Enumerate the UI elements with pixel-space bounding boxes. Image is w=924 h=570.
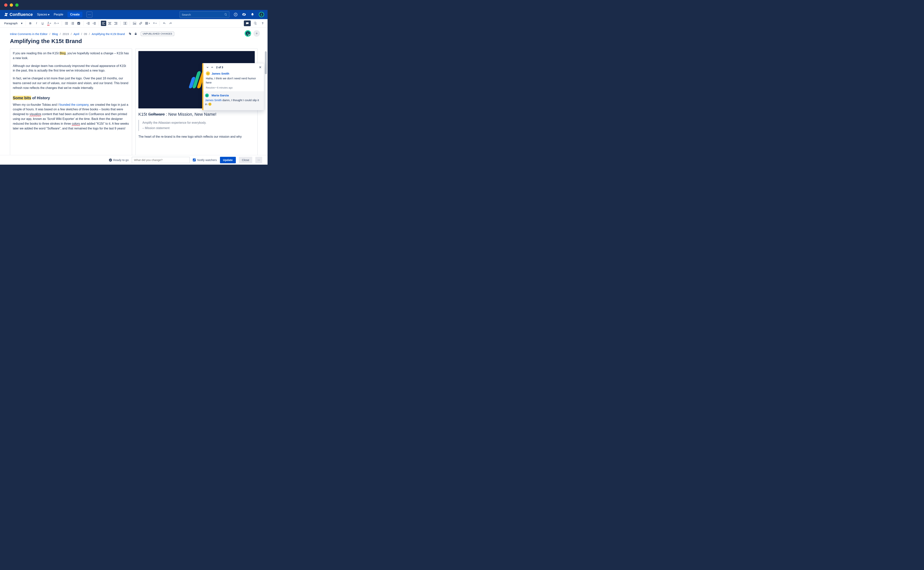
crumb-month[interactable]: April bbox=[73, 32, 79, 35]
svg-rect-15 bbox=[88, 22, 90, 23]
link-button[interactable] bbox=[138, 21, 144, 26]
commenter-avatar[interactable]: 🙂 bbox=[206, 71, 210, 75]
unpublished-badge: UNPUBLISHED CHANGES bbox=[141, 32, 174, 36]
ellipsis-icon: ⋯ bbox=[258, 158, 260, 161]
svg-rect-34 bbox=[145, 22, 148, 25]
layout-column-left[interactable]: If you are reading this on the K15t Blog… bbox=[10, 49, 132, 158]
commenter-name[interactable]: Maria Garcia bbox=[212, 94, 229, 97]
window-titlebar bbox=[0, 0, 267, 10]
align-right-button[interactable] bbox=[113, 21, 119, 26]
restrictions-icon[interactable] bbox=[134, 32, 137, 35]
product-logo[interactable]: Confluence bbox=[4, 12, 33, 17]
create-button[interactable]: Create bbox=[67, 12, 82, 17]
next-comment-button[interactable] bbox=[206, 66, 209, 69]
inline-comment-button[interactable] bbox=[244, 20, 251, 26]
svg-point-33 bbox=[134, 23, 134, 23]
comment-reply-item: Maria Garcia James Smith damn, I thought… bbox=[202, 91, 264, 110]
version-comment-input[interactable] bbox=[132, 157, 190, 163]
underline-button[interactable]: U bbox=[40, 21, 45, 26]
svg-rect-18 bbox=[94, 22, 96, 23]
editor-toolbar: Paragraph ▾ B I U A▾ Ax▾ 123 bbox=[0, 19, 267, 28]
mention[interactable]: James Smith bbox=[205, 98, 222, 102]
close-button[interactable]: Close bbox=[239, 157, 252, 163]
notify-watchers-checkbox[interactable] bbox=[193, 158, 196, 161]
find-replace-button[interactable] bbox=[253, 21, 258, 26]
svg-rect-19 bbox=[94, 23, 96, 23]
plus-icon: + bbox=[255, 31, 258, 36]
comment-highlight[interactable]: Some bits bbox=[13, 96, 31, 100]
commenter-name[interactable]: James Smith bbox=[212, 72, 229, 75]
outdent-button[interactable] bbox=[86, 21, 91, 26]
prev-comment-button[interactable] bbox=[211, 66, 214, 69]
footer-more-button[interactable]: ⋯ bbox=[255, 157, 262, 163]
page-title[interactable]: Amplifying the K15t Brand bbox=[0, 36, 267, 46]
editor-help-button[interactable]: ? bbox=[260, 21, 265, 26]
text-color-button[interactable]: A▾ bbox=[46, 21, 52, 26]
bold-button[interactable]: B bbox=[28, 21, 33, 26]
svg-rect-17 bbox=[88, 24, 90, 25]
update-button[interactable]: Update bbox=[220, 157, 236, 163]
more-formatting-button[interactable]: Ax▾ bbox=[53, 21, 60, 26]
window-close-button[interactable] bbox=[4, 3, 8, 7]
paragraph[interactable]: The heart of the re-brand is the new log… bbox=[138, 135, 255, 139]
paragraph[interactable]: In fact, we've changed a lot more than j… bbox=[13, 76, 129, 90]
close-comment-panel-button[interactable]: ✕ bbox=[259, 65, 262, 69]
undo-button[interactable] bbox=[162, 21, 167, 26]
link[interactable]: founded the company bbox=[59, 103, 89, 106]
comment-counter: 2 of 3 bbox=[216, 66, 223, 69]
window-zoom-button[interactable] bbox=[15, 3, 18, 7]
paragraph-style-dropdown[interactable]: Paragraph ▾ bbox=[2, 21, 24, 26]
heading-2[interactable]: K15t Software : New Mission, New Name! bbox=[138, 112, 255, 117]
paragraph[interactable]: If you are reading this on the K15t Blog… bbox=[13, 51, 129, 61]
nav-people[interactable]: People bbox=[54, 13, 63, 16]
help-button[interactable]: ? bbox=[234, 12, 238, 17]
search-icon bbox=[224, 13, 227, 16]
nav-more-button[interactable]: ⋯ bbox=[87, 12, 92, 17]
svg-rect-27 bbox=[114, 22, 118, 23]
nav-spaces[interactable]: Spaces ▾ bbox=[37, 13, 49, 17]
redo-button[interactable] bbox=[168, 21, 173, 26]
crumb-page[interactable]: Amplifying the K15t Brand bbox=[92, 32, 125, 35]
task-list-button[interactable] bbox=[76, 21, 81, 26]
crumb-blog[interactable]: Blog bbox=[52, 32, 58, 35]
scrollbar-thumb[interactable] bbox=[265, 51, 267, 74]
svg-rect-20 bbox=[94, 24, 96, 25]
indent-button[interactable] bbox=[92, 21, 97, 26]
heading-2[interactable]: Some bits of History bbox=[13, 96, 129, 100]
spellcheck-word[interactable]: visualize bbox=[29, 112, 41, 116]
italic-button[interactable]: I bbox=[34, 21, 39, 26]
global-search[interactable] bbox=[180, 11, 229, 18]
paragraph[interactable]: When my co-founder Tobias and I founded … bbox=[13, 103, 129, 131]
layout-button[interactable] bbox=[122, 21, 128, 26]
image-button[interactable] bbox=[132, 21, 137, 26]
profile-avatar[interactable] bbox=[259, 12, 264, 17]
search-input[interactable] bbox=[182, 13, 223, 16]
align-center-button[interactable] bbox=[107, 21, 112, 26]
invite-button[interactable]: + bbox=[254, 30, 260, 37]
chevron-down-icon: ▾ bbox=[156, 22, 157, 24]
crumb-day: 09 bbox=[84, 32, 87, 35]
check-circle-icon bbox=[109, 158, 112, 162]
chevron-down-icon: ▾ bbox=[58, 22, 59, 24]
settings-button[interactable] bbox=[242, 12, 246, 17]
window-minimize-button[interactable] bbox=[10, 3, 13, 7]
collaborator-avatar[interactable]: M bbox=[244, 30, 251, 37]
svg-rect-9 bbox=[72, 22, 74, 23]
commenter-avatar[interactable] bbox=[205, 93, 209, 97]
labels-icon[interactable] bbox=[128, 32, 132, 35]
table-button[interactable]: ▾ bbox=[144, 21, 151, 26]
comment-highlight[interactable]: Blog bbox=[60, 52, 66, 55]
confluence-icon bbox=[4, 12, 8, 17]
crumb-space[interactable]: Inline Comments in the Editor bbox=[10, 32, 47, 35]
notifications-button[interactable] bbox=[250, 12, 255, 17]
blockquote[interactable]: Amplify the Atlassian experience for eve… bbox=[138, 120, 255, 131]
insert-more-button[interactable]: +▾ bbox=[152, 21, 158, 26]
bullet-list-button[interactable] bbox=[64, 21, 69, 26]
notify-watchers-toggle[interactable]: Notify watchers bbox=[193, 158, 217, 162]
align-left-button[interactable] bbox=[101, 21, 106, 26]
svg-point-2 bbox=[65, 22, 66, 23]
paragraph[interactable]: Although our design team has continuousl… bbox=[13, 64, 129, 73]
resolve-link[interactable]: Resolve bbox=[206, 86, 215, 89]
spellcheck-word[interactable]: colors bbox=[72, 122, 80, 125]
numbered-list-button[interactable]: 123 bbox=[70, 21, 75, 26]
